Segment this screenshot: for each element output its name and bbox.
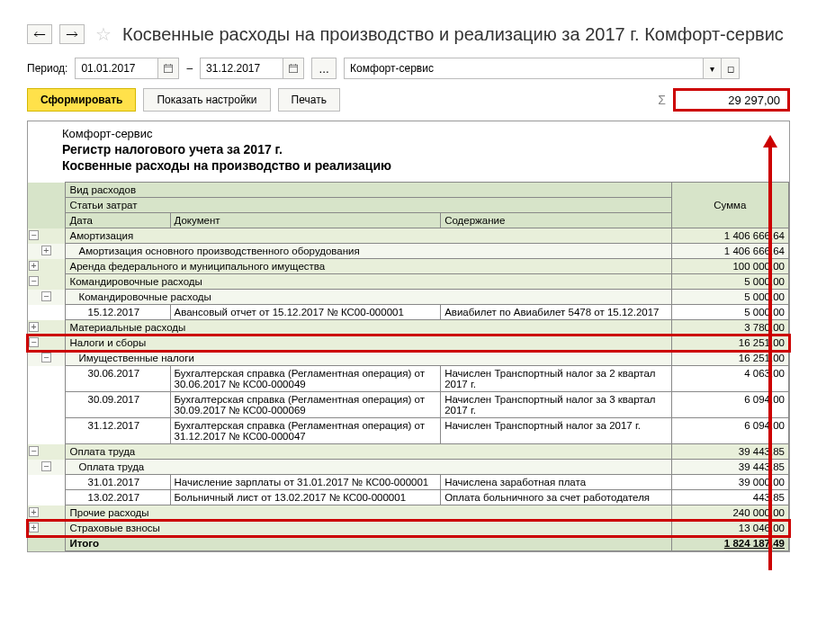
row-doc: Бухгалтерская справка (Регламентная опер…	[170, 392, 441, 418]
svg-rect-0	[165, 65, 173, 72]
row-doc: Бухгалтерская справка (Регламентная опер…	[170, 418, 441, 444]
row-date: 30.09.2017	[66, 392, 170, 418]
expand-icon[interactable]: +	[41, 246, 51, 255]
expand-icon[interactable]: +	[29, 523, 39, 532]
annotation-arrow	[768, 144, 772, 570]
row-content: Начислен Транспортный налог за 2 квартал…	[441, 366, 671, 392]
favorite-star-icon[interactable]: ☆	[95, 23, 112, 45]
calendar-from-button[interactable]	[157, 58, 179, 79]
row-date: 31.12.2017	[66, 418, 170, 444]
col-date: Дата	[66, 213, 170, 228]
expand-icon[interactable]: −	[29, 446, 39, 456]
col-cost-items: Статьи затрат	[66, 198, 671, 213]
expand-icon[interactable]: −	[41, 353, 51, 362]
report-company: Комфорт-сервис	[62, 127, 755, 140]
expand-icon[interactable]: +	[29, 261, 39, 271]
row-name: Амортизация основного производственного …	[66, 244, 671, 259]
total-label: Итого	[66, 536, 671, 551]
page-title: Косвенные расходы на производство и реал…	[122, 24, 784, 45]
col-content: Содержание	[441, 213, 671, 228]
organization-open-button[interactable]: ◻	[722, 58, 740, 79]
expand-icon[interactable]: −	[41, 291, 51, 301]
row-name: Имущественные налоги	[66, 351, 671, 366]
col-document: Документ	[170, 213, 441, 228]
row-date: 31.01.2017	[66, 475, 170, 490]
calendar-to-button[interactable]	[283, 58, 304, 79]
row-content: Авиабилет по Авиабилет 5478 от 15.12.201…	[441, 305, 671, 320]
form-report-button[interactable]: Сформировать	[27, 88, 136, 112]
row-name: Материальные расходы	[66, 320, 671, 335]
date-from-input[interactable]	[75, 58, 157, 79]
svg-rect-4	[290, 65, 298, 72]
row-date: 13.02.2017	[66, 490, 170, 505]
organization-dropdown-button[interactable]: ▾	[704, 58, 722, 79]
expand-icon[interactable]: −	[29, 230, 39, 240]
period-picker-button[interactable]: ...	[311, 58, 337, 79]
sigma-icon: Σ	[658, 93, 666, 107]
selection-sum-box: 29 297,00	[673, 88, 790, 112]
row-name: Командировочные расходы	[66, 290, 671, 305]
col-expense-type: Вид расходов	[66, 183, 671, 198]
row-doc: Начисление зарплаты от 31.01.2017 № КС00…	[170, 475, 441, 490]
row-name: Оплата труда	[66, 460, 671, 475]
row-name: Амортизация	[66, 228, 671, 244]
organization-input[interactable]	[344, 58, 704, 79]
row-content: Начислен Транспортный налог за 2017 г.	[441, 418, 671, 444]
report-title-1: Регистр налогового учета за 2017 г.	[62, 142, 755, 157]
row-date: 15.12.2017	[66, 305, 170, 320]
show-settings-button[interactable]: Показать настройки	[143, 88, 270, 112]
row-content: Начислен Транспортный налог за 3 квартал…	[441, 392, 671, 418]
row-name: Аренда федерального и муниципального иму…	[66, 259, 671, 274]
row-date: 30.06.2017	[66, 366, 170, 392]
date-to-input[interactable]	[200, 58, 283, 79]
expand-icon[interactable]: −	[29, 337, 39, 347]
print-button[interactable]: Печать	[278, 88, 340, 112]
row-name: Оплата труда	[66, 444, 671, 460]
report-area: Комфорт-сервис Регистр налогового учета …	[27, 121, 790, 552]
period-label: Период:	[27, 62, 67, 75]
row-doc: Бухгалтерская справка (Регламентная опер…	[170, 366, 441, 392]
row-doc: Больничный лист от 13.02.2017 № КС00-000…	[170, 490, 441, 505]
expand-icon[interactable]: −	[29, 276, 39, 286]
row-content: Оплата больничного за счет работодателя	[441, 490, 671, 505]
expand-icon[interactable]: −	[41, 461, 51, 471]
report-title-2: Косвенные расходы на производство и реал…	[62, 158, 755, 173]
report-table: Вид расходов Сумма Статьи затрат Дата До…	[28, 182, 789, 551]
row-name: Прочие расходы	[66, 505, 671, 521]
row-name: Страховые взносы	[66, 521, 671, 536]
period-dash: –	[186, 62, 193, 75]
expand-icon[interactable]: +	[29, 322, 39, 332]
expand-icon[interactable]: +	[29, 507, 39, 517]
row-name: Командировочные расходы	[66, 274, 671, 290]
row-name: Налоги и сборы	[66, 335, 671, 351]
row-content: Начислена заработная плата	[441, 475, 671, 490]
nav-forward-button[interactable]: 🡒	[59, 24, 85, 44]
nav-back-button[interactable]: 🡐	[27, 24, 52, 44]
row-doc: Авансовый отчет от 15.12.2017 № КС00-000…	[170, 305, 441, 320]
